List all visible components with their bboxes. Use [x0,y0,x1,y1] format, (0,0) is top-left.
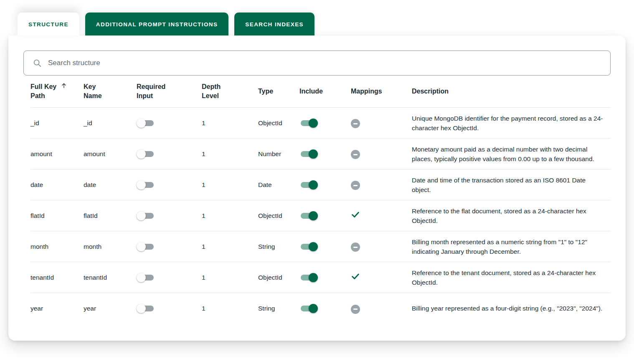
required-input-toggle[interactable] [137,303,155,313]
include-toggle[interactable] [299,242,318,252]
type-cell: Date [258,169,299,200]
search-icon [33,58,42,68]
include-toggle[interactable] [299,180,318,190]
toggle-thumb [137,211,146,220]
mapping-status[interactable] [351,150,360,159]
toggle-thumb [137,273,146,282]
required-input-cell [137,169,202,200]
minus-circle-icon [351,181,360,190]
toggle-thumb [309,119,318,128]
depth-level-cell: 1 [202,108,258,139]
required-input-toggle[interactable] [137,149,155,159]
mapping-status[interactable] [351,119,360,128]
mapping-status[interactable] [351,305,360,314]
type-cell: String [258,231,299,262]
toggle-thumb [309,242,318,251]
check-icon [351,272,360,281]
required-input-cell [137,293,202,324]
column-header-depth-level[interactable]: Depth Level [202,76,258,108]
toggle-thumb [137,242,146,251]
type-cell: ObjectId [258,108,299,139]
toggle-thumb [137,304,146,313]
full-key-path-cell: amount [30,139,84,169]
mapping-status[interactable] [351,272,360,281]
required-input-toggle[interactable] [137,242,155,252]
required-input-cell [137,262,202,293]
key-name-cell: year [84,293,137,324]
include-toggle[interactable] [299,273,318,283]
table-row: _id _id 1 ObjectId Unique MongoDB iden [30,108,611,139]
description-cell: Unique MongoDB identifier for the paymen… [412,108,611,139]
key-name-cell: _id [84,108,137,139]
mappings-cell [351,200,412,231]
include-cell [299,262,351,293]
description-cell: Billing year represented as a four-digit… [412,293,611,324]
depth-level-cell: 1 [202,169,258,200]
required-input-toggle[interactable] [137,273,155,283]
minus-circle-icon [351,305,360,314]
minus-circle-icon [351,150,360,159]
mappings-cell [351,169,412,200]
key-name-cell: tenantId [84,262,137,293]
required-input-toggle[interactable] [137,118,155,128]
column-header-key-name[interactable]: Key Name [84,76,137,108]
toggle-thumb [309,304,318,313]
required-input-cell [137,108,202,139]
mappings-cell [351,139,412,169]
sort-ascending-icon[interactable] [61,82,67,89]
required-input-cell [137,200,202,231]
table-row: amount amount 1 Number Monetary amount [30,139,611,169]
toggle-thumb [309,211,318,220]
depth-level-cell: 1 [202,262,258,293]
mappings-cell [351,262,412,293]
column-header-include[interactable]: Include [299,76,351,108]
required-input-cell [137,139,202,169]
mapping-status[interactable] [351,181,360,190]
full-key-path-cell: year [30,293,84,324]
description-cell: Date and time of the transaction stored … [412,169,611,200]
description-cell: Monetary amount paid as a decimal number… [412,139,611,169]
table-body: _id _id 1 ObjectId Unique MongoDB iden [30,108,611,324]
tab-search-indexes[interactable]: SEARCH INDEXES [234,13,314,35]
full-key-path-cell: flatId [30,200,84,231]
key-name-cell: month [84,231,137,262]
type-cell: ObjectId [258,200,299,231]
toggle-thumb [137,149,146,159]
key-name-cell: date [84,169,137,200]
depth-level-cell: 1 [202,231,258,262]
minus-circle-icon [351,243,360,252]
full-key-path-cell: _id [30,108,84,139]
column-header-description[interactable]: Description [412,76,611,108]
required-input-toggle[interactable] [137,180,155,190]
description-cell: Reference to the tenant document, stored… [412,262,611,293]
include-cell [299,231,351,262]
required-input-toggle[interactable] [137,211,155,221]
search-structure-input[interactable] [48,59,601,67]
column-header-required-input[interactable]: Required Input [137,76,202,108]
type-cell: String [258,293,299,324]
include-toggle[interactable] [299,303,318,313]
include-cell [299,293,351,324]
tab-structure[interactable]: STRUCTURE [18,13,79,35]
mapping-status[interactable] [351,243,360,252]
structure-panel: Full Key Path Key Name Required Input De… [8,35,626,341]
column-header-full-key-path[interactable]: Full Key Path [30,76,84,108]
column-header-type[interactable]: Type [258,76,299,108]
column-header-mappings[interactable]: Mappings [351,76,412,108]
tab-additional-prompt-instructions[interactable]: ADDITIONAL PROMPT INSTRUCTIONS [85,13,229,35]
mappings-cell [351,231,412,262]
tab-bar: STRUCTURE ADDITIONAL PROMPT INSTRUCTIONS… [0,0,634,35]
table-row: month month 1 String Billing month rep [30,231,611,262]
depth-level-cell: 1 [202,200,258,231]
required-input-cell [137,231,202,262]
table-header: Full Key Path Key Name Required Input De… [30,76,611,108]
key-name-cell: flatId [84,200,137,231]
depth-level-cell: 1 [202,293,258,324]
table-row: flatId flatId 1 ObjectId Reference to [30,200,611,231]
include-toggle[interactable] [299,118,318,128]
table-row: tenantId tenantId 1 ObjectId Reference [30,262,611,293]
include-toggle[interactable] [299,149,318,159]
include-toggle[interactable] [299,211,318,221]
toggle-thumb [309,273,318,282]
mapping-status[interactable] [351,210,360,219]
